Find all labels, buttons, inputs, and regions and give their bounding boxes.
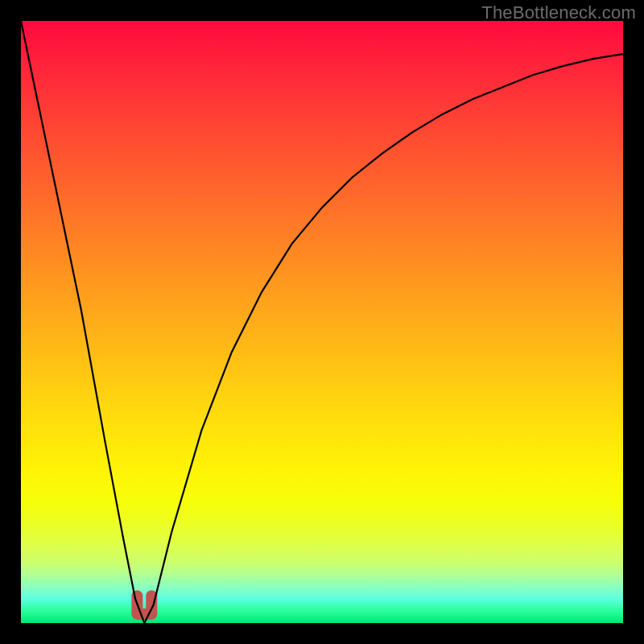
plot-area [21,21,623,623]
curve-left [21,21,144,623]
curve-right [144,54,623,623]
chart-frame: TheBottleneck.com [0,0,644,644]
curve-svg [21,21,623,623]
